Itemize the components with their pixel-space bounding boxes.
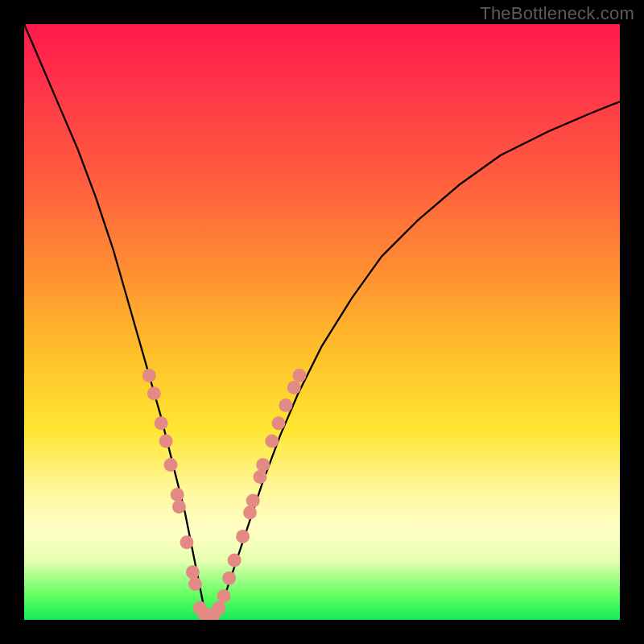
- marker-dot: [246, 494, 260, 508]
- marker-dot: [287, 381, 301, 394]
- marker-dot: [186, 565, 200, 579]
- marker-dot: [292, 369, 306, 382]
- marker-dot: [254, 470, 267, 484]
- plot-area: [24, 24, 620, 620]
- marker-dot: [171, 488, 184, 502]
- marker-dot: [142, 369, 156, 382]
- marker-dot: [228, 554, 242, 568]
- bottleneck-curve: [24, 24, 620, 620]
- watermark-text: TheBottleneck.com: [480, 3, 634, 24]
- marker-dot: [164, 458, 178, 472]
- marker-dot: [222, 572, 236, 585]
- marker-dot: [213, 601, 226, 615]
- chart-overlay: [24, 24, 620, 620]
- marker-dot: [265, 435, 279, 448]
- marker-dot: [236, 530, 250, 543]
- marker-dot: [272, 416, 286, 430]
- marker-dot: [217, 589, 230, 603]
- marker-dot: [172, 500, 186, 514]
- marker-dot: [256, 458, 270, 472]
- marker-dot: [243, 506, 257, 519]
- marker-dot: [188, 577, 202, 591]
- marker-dot: [279, 398, 292, 412]
- marker-dot: [180, 535, 194, 549]
- marker-dot: [155, 416, 168, 430]
- chart-frame: TheBottleneck.com: [0, 0, 644, 644]
- highlighted-points: [142, 369, 307, 620]
- marker-dot: [147, 386, 161, 400]
- marker-dot: [159, 435, 173, 448]
